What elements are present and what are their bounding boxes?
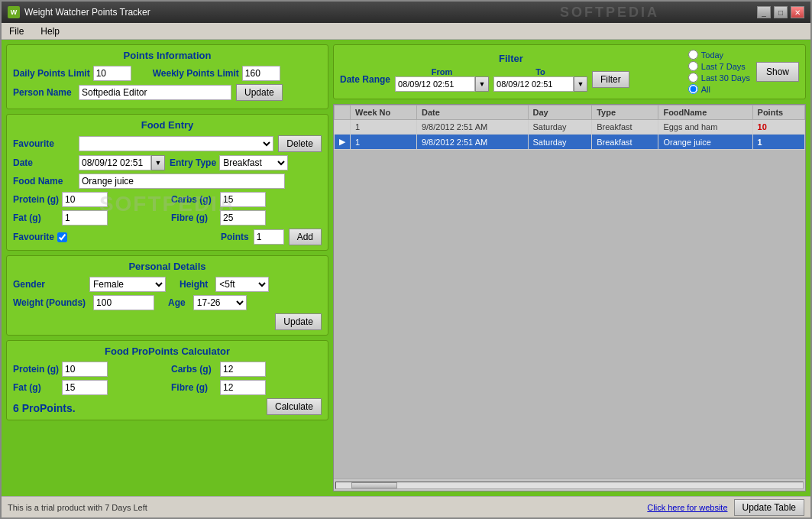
cell-food-name: Orange juice	[658, 135, 752, 150]
filter-controls: Date Range From ▼ To ▼	[340, 67, 682, 92]
from-date-input[interactable]	[395, 76, 475, 92]
protein-input[interactable]	[62, 192, 108, 207]
favourite-select[interactable]	[79, 136, 273, 151]
maximize-button[interactable]: □	[774, 6, 788, 18]
weight-label: Weight (Pounds)	[13, 297, 86, 308]
status-bar: This is a trial product with 7 Days Left…	[2, 496, 810, 517]
col-day: Day	[528, 105, 592, 120]
fibre-input[interactable]	[220, 210, 266, 225]
table-wrapper[interactable]: Week No Date Day Type FoodName Points 1 …	[334, 105, 805, 478]
add-button[interactable]: Add	[289, 229, 322, 245]
data-table-section: Week No Date Day Type FoodName Points 1 …	[333, 104, 806, 491]
date-input[interactable]	[79, 155, 151, 170]
fat-input[interactable]	[62, 210, 108, 225]
points-label: Points	[221, 232, 249, 242]
carbs-input[interactable]	[220, 192, 266, 207]
col-points: Points	[752, 105, 804, 120]
protein-label: Protein (g)	[13, 194, 59, 205]
scroll-track[interactable]	[335, 482, 804, 489]
points-input[interactable]	[254, 229, 284, 245]
table-row[interactable]: ▶ 1 9/8/2012 2:51 AM Saturday Breakfast …	[335, 135, 805, 150]
food-name-input[interactable]	[79, 174, 285, 189]
to-group: To ▼	[493, 67, 587, 92]
show-button[interactable]: Show	[756, 62, 799, 82]
horizontal-scrollbar[interactable]	[334, 478, 805, 491]
calculate-button[interactable]: Calculate	[267, 398, 322, 415]
weekly-limit-input[interactable]	[242, 66, 280, 81]
calc-fibre-label: Fibre (g)	[171, 382, 217, 393]
from-group: From ▼	[395, 67, 489, 92]
calc-fat-input[interactable]	[62, 380, 108, 395]
file-menu[interactable]: File	[5, 24, 28, 38]
left-panel: Points Information Daily Points Limit We…	[6, 44, 328, 491]
favourite-checkbox[interactable]	[57, 232, 67, 242]
radio-last30: Last 30 Days	[688, 73, 750, 83]
minimize-button[interactable]: _	[757, 6, 771, 18]
to-label: To	[535, 67, 545, 76]
calc-carbs-label: Carbs (g)	[171, 364, 217, 375]
from-dropdown-btn[interactable]: ▼	[475, 76, 489, 92]
height-select[interactable]: <5ft 5ft 5ft 6in 6ft	[215, 277, 269, 292]
table-header-row: Week No Date Day Type FoodName Points	[335, 105, 805, 120]
data-table: Week No Date Day Type FoodName Points 1 …	[334, 105, 805, 150]
date-dropdown-btn[interactable]: ▼	[151, 155, 165, 170]
radio-today-input[interactable]	[688, 50, 698, 60]
calculator-title: Food ProPoints Calculator	[13, 345, 322, 357]
cell-points: 1	[752, 135, 804, 150]
calc-protein-input[interactable]	[62, 362, 108, 377]
personal-update-button[interactable]: Update	[275, 313, 322, 330]
filter-button[interactable]: Filter	[592, 71, 629, 88]
scroll-thumb[interactable]	[351, 482, 397, 488]
table-row[interactable]: 1 9/8/2012 2:51 AM Saturday Breakfast Eg…	[335, 120, 805, 135]
radio-last30-input[interactable]	[688, 73, 698, 83]
gender-select[interactable]: Female Male	[89, 277, 166, 292]
gender-label: Gender	[13, 279, 82, 290]
person-name-label: Person Name	[13, 87, 74, 98]
daily-limit-input[interactable]	[93, 66, 131, 81]
close-button[interactable]: ✕	[791, 6, 804, 18]
filter-section: Filter Date Range From ▼ To	[333, 44, 806, 99]
carbs-label: Carbs (g)	[171, 194, 217, 205]
to-dropdown-btn[interactable]: ▼	[574, 76, 587, 92]
delete-button[interactable]: Delete	[278, 135, 322, 152]
radio-all-input[interactable]	[688, 84, 698, 94]
table-body: 1 9/8/2012 2:51 AM Saturday Breakfast Eg…	[335, 120, 805, 150]
to-date-input[interactable]	[493, 76, 574, 92]
person-name-input[interactable]	[79, 85, 231, 100]
radio-today-label: Today	[701, 50, 723, 60]
fat-row: Fat (g)	[13, 210, 163, 225]
weekly-limit-label: Weekly Points Limit	[153, 68, 239, 79]
date-range-label: Date Range	[340, 74, 390, 85]
from-label: From	[432, 67, 453, 76]
menu-bar: File Help	[2, 23, 810, 40]
entry-type-select[interactable]: Breakfast Lunch Dinner Snack	[219, 155, 288, 170]
radio-last30-label: Last 30 Days	[701, 73, 750, 83]
fav-checkbox-label: Favourite	[13, 232, 54, 242]
favourite-label: Favourite	[13, 138, 74, 149]
website-link[interactable]: Click here for website	[647, 503, 727, 512]
col-food-name: FoodName	[658, 105, 752, 120]
to-date-group: ▼	[493, 76, 587, 92]
cell-date: 9/8/2012 2:51 AM	[416, 120, 528, 135]
points-limits-row: Daily Points Limit Weekly Points Limit	[13, 66, 322, 81]
calc-fibre-input[interactable]	[220, 380, 266, 395]
filter-title: Filter	[499, 53, 523, 64]
radio-last7-input[interactable]	[688, 61, 698, 71]
app-icon: W	[8, 6, 20, 18]
update-table-button[interactable]: Update Table	[734, 499, 805, 516]
daily-limit-label: Daily Points Limit	[13, 68, 90, 79]
cell-food-name: Eggs and ham	[658, 120, 752, 135]
age-select[interactable]: 17-26 27-37 38-47 48-58 59+	[193, 295, 247, 310]
from-date-group: ▼	[395, 76, 489, 92]
weight-input[interactable]	[93, 295, 154, 310]
radio-last7-label: Last 7 Days	[701, 62, 746, 71]
help-menu[interactable]: Help	[36, 24, 64, 38]
filter-main: Filter Date Range From ▼ To	[340, 53, 682, 92]
points-update-button[interactable]: Update	[236, 84, 283, 101]
food-entry-section: Food Entry Favourite Delete Date ▼	[6, 114, 328, 251]
date-label: Date	[13, 157, 74, 168]
fibre-label: Fibre (g)	[171, 212, 217, 223]
calc-carbs-input[interactable]	[220, 362, 266, 377]
col-date: Date	[416, 105, 528, 120]
propoints-result: 6 ProPoints.	[13, 402, 76, 414]
